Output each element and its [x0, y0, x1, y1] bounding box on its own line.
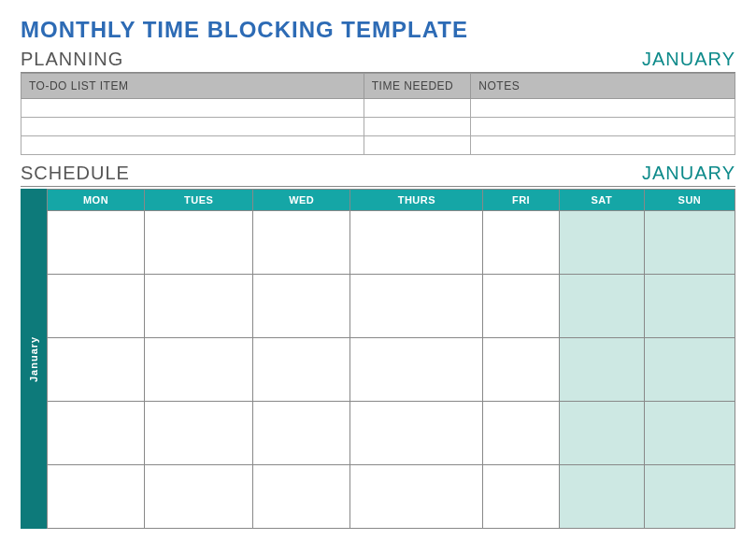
time-cell[interactable]: [364, 118, 471, 136]
day-cell-weekend[interactable]: [644, 211, 735, 275]
schedule-table: MON TUES WED THURS FRI SAT SUN: [47, 189, 735, 529]
week-row: [48, 338, 735, 402]
day-cell-weekend[interactable]: [644, 275, 735, 338]
planning-row: [21, 136, 735, 155]
col-time: TIME NEEDED: [364, 74, 471, 99]
day-cell-weekend[interactable]: [644, 465, 735, 529]
day-cell[interactable]: [48, 338, 145, 402]
day-cell[interactable]: [253, 465, 350, 529]
day-cell[interactable]: [48, 211, 145, 275]
day-cell[interactable]: [145, 211, 253, 275]
planning-header-row: PLANNING JANUARY: [21, 49, 735, 73]
col-todo: TO-DO LIST ITEM: [21, 74, 364, 99]
day-cell[interactable]: [253, 211, 350, 275]
day-cell-weekend[interactable]: [559, 275, 644, 338]
todo-cell[interactable]: [21, 118, 364, 136]
week-row: [48, 275, 735, 338]
month-sidebar: January: [21, 189, 47, 529]
day-cell-weekend[interactable]: [559, 465, 644, 529]
day-cell[interactable]: [350, 338, 483, 402]
planning-month: JANUARY: [642, 49, 735, 70]
day-cell[interactable]: [350, 402, 483, 465]
day-tues: TUES: [145, 190, 253, 211]
day-wed: WED: [253, 190, 350, 211]
day-cell[interactable]: [145, 338, 253, 402]
day-cell[interactable]: [483, 402, 559, 465]
day-cell[interactable]: [483, 275, 559, 338]
day-cell[interactable]: [350, 465, 483, 529]
day-cell[interactable]: [483, 338, 559, 402]
week-row: [48, 211, 735, 275]
schedule-month: JANUARY: [642, 163, 735, 184]
day-sat: SAT: [559, 190, 644, 211]
notes-cell[interactable]: [471, 118, 735, 136]
day-cell[interactable]: [350, 211, 483, 275]
day-cell-weekend[interactable]: [559, 211, 644, 275]
notes-cell[interactable]: [471, 99, 735, 118]
day-thurs: THURS: [350, 190, 483, 211]
day-cell-weekend[interactable]: [559, 338, 644, 402]
schedule-label: SCHEDULE: [21, 163, 130, 184]
col-notes: NOTES: [471, 74, 735, 99]
day-cell[interactable]: [253, 338, 350, 402]
day-cell[interactable]: [350, 275, 483, 338]
day-cell[interactable]: [145, 275, 253, 338]
day-cell[interactable]: [48, 402, 145, 465]
day-fri: FRI: [483, 190, 559, 211]
day-cell-weekend[interactable]: [559, 402, 644, 465]
week-row: [48, 465, 735, 529]
day-cell[interactable]: [145, 402, 253, 465]
time-cell[interactable]: [364, 136, 471, 155]
day-cell-weekend[interactable]: [644, 338, 735, 402]
planning-table: TO-DO LIST ITEM TIME NEEDED NOTES: [21, 73, 735, 155]
day-cell[interactable]: [48, 465, 145, 529]
day-cell[interactable]: [483, 465, 559, 529]
day-sun: SUN: [644, 190, 735, 211]
day-mon: MON: [48, 190, 145, 211]
day-cell-weekend[interactable]: [644, 402, 735, 465]
day-cell[interactable]: [48, 275, 145, 338]
planning-row: [21, 99, 735, 118]
week-row: [48, 402, 735, 465]
notes-cell[interactable]: [471, 136, 735, 155]
day-cell[interactable]: [253, 402, 350, 465]
todo-cell[interactable]: [21, 136, 364, 155]
todo-cell[interactable]: [21, 99, 364, 118]
time-cell[interactable]: [364, 99, 471, 118]
day-cell[interactable]: [253, 275, 350, 338]
planning-row: [21, 118, 735, 136]
planning-label: PLANNING: [21, 49, 123, 70]
page-title: MONTHLY TIME BLOCKING TEMPLATE: [21, 17, 735, 43]
day-cell[interactable]: [145, 465, 253, 529]
schedule-header-row: SCHEDULE JANUARY: [21, 163, 735, 187]
day-cell[interactable]: [483, 211, 559, 275]
